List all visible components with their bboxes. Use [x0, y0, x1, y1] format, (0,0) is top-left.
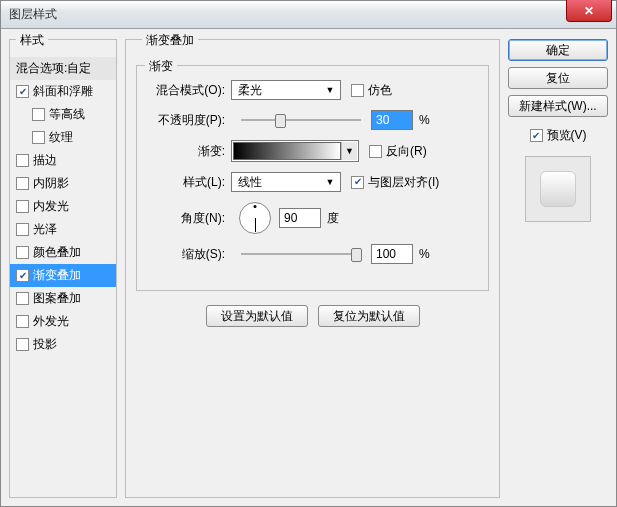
style-item-label: 颜色叠加	[33, 244, 81, 261]
panel-title: 渐变叠加	[142, 32, 198, 49]
style-item-0[interactable]: 斜面和浮雕	[10, 80, 116, 103]
style-item-label: 等高线	[49, 106, 85, 123]
scale-slider[interactable]	[241, 253, 361, 255]
preview-swatch	[525, 156, 591, 222]
style-item-label: 纹理	[49, 129, 73, 146]
checkbox-icon[interactable]	[16, 223, 29, 236]
reverse-label: 反向(R)	[386, 143, 427, 160]
checkbox-icon[interactable]	[16, 292, 29, 305]
gradient-label: 渐变:	[149, 143, 231, 160]
checkbox-icon[interactable]	[32, 131, 45, 144]
preview-label: 预览(V)	[547, 127, 587, 144]
style-item-label: 光泽	[33, 221, 57, 238]
slider-thumb[interactable]	[275, 114, 286, 128]
dither-label: 仿色	[368, 82, 392, 99]
gradient-group: 渐变 混合模式(O): 柔光 ▼ 仿色 不透明度(P):	[136, 65, 489, 291]
checkbox-icon[interactable]	[16, 200, 29, 213]
chevron-down-icon: ▼	[341, 142, 357, 160]
style-item-label: 图案叠加	[33, 290, 81, 307]
style-item-label: 内发光	[33, 198, 69, 215]
style-item-label: 渐变叠加	[33, 267, 81, 284]
close-icon: ✕	[584, 4, 594, 18]
scale-input[interactable]: 100	[371, 244, 413, 264]
style-item-11[interactable]: 投影	[10, 333, 116, 356]
gradient-overlay-panel: 渐变叠加 渐变 混合模式(O): 柔光 ▼ 仿色 不透明度(P):	[125, 39, 500, 498]
checkbox-icon[interactable]	[32, 108, 45, 121]
style-item-6[interactable]: 光泽	[10, 218, 116, 241]
cancel-button[interactable]: 复位	[508, 67, 608, 89]
checkbox-icon[interactable]	[16, 315, 29, 328]
checkbox-icon	[351, 176, 364, 189]
opacity-unit: %	[419, 113, 430, 127]
angle-input[interactable]: 90	[279, 208, 321, 228]
opacity-label: 不透明度(P):	[149, 112, 231, 129]
new-style-button[interactable]: 新建样式(W)...	[508, 95, 608, 117]
checkbox-icon[interactable]	[16, 246, 29, 259]
style-item-9[interactable]: 图案叠加	[10, 287, 116, 310]
chevron-down-icon: ▼	[322, 177, 338, 187]
side-panel: 确定 复位 新建样式(W)... 预览(V)	[508, 39, 608, 498]
preview-inner	[540, 171, 576, 207]
style-item-1[interactable]: 等高线	[10, 103, 116, 126]
style-item-label: 内阴影	[33, 175, 69, 192]
checkbox-icon	[369, 145, 382, 158]
style-item-label: 投影	[33, 336, 57, 353]
style-dropdown[interactable]: 线性 ▼	[231, 172, 341, 192]
checkbox-icon[interactable]	[16, 177, 29, 190]
opacity-slider[interactable]	[241, 119, 361, 121]
checkbox-icon[interactable]	[16, 154, 29, 167]
blend-options-label: 混合选项:自定	[16, 60, 91, 77]
opacity-input[interactable]: 30	[371, 110, 413, 130]
style-value: 线性	[238, 174, 262, 191]
style-item-5[interactable]: 内发光	[10, 195, 116, 218]
style-item-label: 外发光	[33, 313, 69, 330]
style-item-label: 斜面和浮雕	[33, 83, 93, 100]
dialog-body: 样式 混合选项:自定 斜面和浮雕等高线纹理描边内阴影内发光光泽颜色叠加渐变叠加图…	[1, 29, 616, 506]
styles-panel-title: 样式	[16, 32, 48, 49]
ok-button[interactable]: 确定	[508, 39, 608, 61]
angle-label: 角度(N):	[149, 210, 231, 227]
style-item-8[interactable]: 渐变叠加	[10, 264, 116, 287]
checkbox-icon[interactable]	[16, 85, 29, 98]
style-item-7[interactable]: 颜色叠加	[10, 241, 116, 264]
preview-checkbox[interactable]: 预览(V)	[508, 127, 608, 144]
layer-style-dialog: 图层样式 ✕ 样式 混合选项:自定 斜面和浮雕等高线纹理描边内阴影内发光光泽颜色…	[0, 0, 617, 507]
align-checkbox[interactable]: 与图层对齐(I)	[351, 174, 439, 191]
window-title: 图层样式	[1, 6, 57, 23]
reverse-checkbox[interactable]: 反向(R)	[369, 143, 427, 160]
dither-checkbox[interactable]: 仿色	[351, 82, 392, 99]
titlebar[interactable]: 图层样式 ✕	[1, 1, 616, 29]
style-item-3[interactable]: 描边	[10, 149, 116, 172]
checkbox-icon[interactable]	[16, 269, 29, 282]
scale-unit: %	[419, 247, 430, 261]
style-item-label: 描边	[33, 152, 57, 169]
scale-label: 缩放(S):	[149, 246, 231, 263]
blend-mode-label: 混合模式(O):	[149, 82, 231, 99]
blend-mode-value: 柔光	[238, 82, 262, 99]
blend-options-header[interactable]: 混合选项:自定	[10, 57, 116, 80]
gradient-swatch[interactable]	[233, 142, 341, 160]
styles-panel: 样式 混合选项:自定 斜面和浮雕等高线纹理描边内阴影内发光光泽颜色叠加渐变叠加图…	[9, 39, 117, 498]
gradient-group-title: 渐变	[145, 58, 177, 75]
checkbox-icon	[351, 84, 364, 97]
style-label: 样式(L):	[149, 174, 231, 191]
style-item-10[interactable]: 外发光	[10, 310, 116, 333]
make-default-button[interactable]: 设置为默认值	[206, 305, 308, 327]
angle-unit: 度	[327, 210, 339, 227]
angle-dial[interactable]	[239, 202, 271, 234]
checkbox-icon[interactable]	[16, 338, 29, 351]
align-label: 与图层对齐(I)	[368, 174, 439, 191]
style-item-2[interactable]: 纹理	[10, 126, 116, 149]
chevron-down-icon: ▼	[322, 85, 338, 95]
checkbox-icon	[530, 129, 543, 142]
style-item-4[interactable]: 内阴影	[10, 172, 116, 195]
slider-thumb[interactable]	[351, 248, 362, 262]
reset-default-button[interactable]: 复位为默认值	[318, 305, 420, 327]
gradient-picker[interactable]: ▼	[231, 140, 359, 162]
blend-mode-dropdown[interactable]: 柔光 ▼	[231, 80, 341, 100]
close-button[interactable]: ✕	[566, 0, 612, 22]
